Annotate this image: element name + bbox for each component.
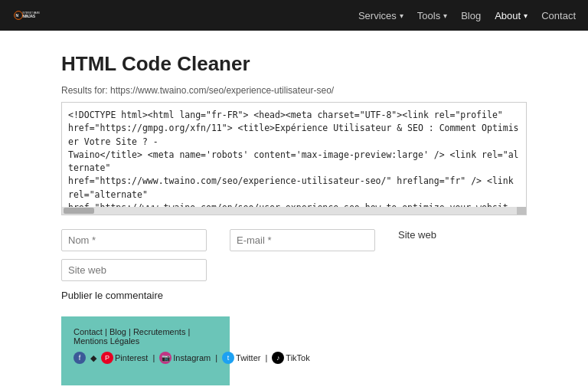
- nom-input[interactable]: [61, 229, 207, 251]
- separator-s2: |: [215, 353, 217, 362]
- facebook-icon: f: [74, 352, 86, 364]
- social-pinterest[interactable]: P Pinterest: [101, 352, 148, 364]
- instagram-label: Instagram: [173, 353, 211, 362]
- footer-link-mentions[interactable]: Mentions Légales: [74, 336, 139, 346]
- nav-links: Services Tools Blog About Contact: [358, 10, 576, 21]
- page-title: HTML Code Cleaner: [61, 52, 527, 76]
- social-facebook[interactable]: f: [74, 352, 86, 364]
- comment-form-row: Site web: [61, 229, 527, 251]
- main-content: HTML Code Cleaner Results for: https://w…: [0, 31, 588, 390]
- twitter-label: Twitter: [236, 353, 260, 362]
- footer-link-recrutements[interactable]: Recrutements: [133, 327, 185, 336]
- footer-social: f ◆ P Pinterest | 📷 Instagram | t Twitte…: [74, 352, 217, 364]
- siteweb-static-group: Site web: [398, 229, 436, 241]
- nav-item-services[interactable]: Services: [358, 10, 403, 21]
- social-tiktok[interactable]: ♪ TikTok: [272, 352, 309, 364]
- nav-item-blog[interactable]: Blog: [461, 10, 481, 21]
- nav-item-tools[interactable]: Tools: [417, 10, 447, 21]
- nav-link-services[interactable]: Services: [358, 10, 403, 21]
- social-twitter[interactable]: t Twitter: [222, 352, 260, 364]
- footer-links: Contact | Blog | Recrutements | Mentions…: [74, 327, 217, 346]
- svg-text:NINJAS: NINJAS: [23, 15, 36, 18]
- website-input[interactable]: [61, 259, 207, 281]
- nav-link-blog[interactable]: Blog: [461, 10, 481, 21]
- nav-item-about[interactable]: About: [495, 10, 528, 21]
- nav-item-contact[interactable]: Contact: [541, 10, 576, 21]
- nom-field-group: [61, 229, 207, 251]
- tiktok-label: TikTok: [286, 353, 309, 362]
- code-output[interactable]: <!DOCTYPE html><html lang="fr-FR"> <head…: [62, 103, 526, 215]
- results-label: Results for: https://www.twaino.com/seo/…: [61, 85, 527, 96]
- website-row: [61, 259, 527, 281]
- resize-handle[interactable]: [517, 207, 526, 215]
- email-field-group: [230, 229, 375, 251]
- instagram-icon: 📷: [159, 352, 172, 364]
- logo[interactable]: N INTERNET MARKETING NINJAS: [12, 5, 40, 26]
- tiktok-icon: ♪: [272, 352, 284, 364]
- nav-link-tools[interactable]: Tools: [417, 10, 447, 21]
- separator-s3: |: [265, 353, 267, 362]
- twitter-icon: t: [222, 352, 234, 364]
- pinterest-icon: P: [101, 352, 113, 364]
- horizontal-scrollbar[interactable]: [62, 207, 517, 215]
- social-instagram[interactable]: 📷 Instagram: [159, 352, 211, 364]
- pinterest-label: Pinterest: [115, 353, 148, 362]
- separator-s1: |: [152, 353, 155, 362]
- hscroll-thumb: [64, 208, 94, 214]
- email-input[interactable]: [230, 229, 375, 251]
- siteweb-label: Site web: [398, 229, 436, 241]
- nav-link-about[interactable]: About: [495, 10, 528, 21]
- nav-link-contact[interactable]: Contact: [541, 10, 576, 21]
- footer-link-contact[interactable]: Contact: [74, 327, 103, 336]
- footer-link-blog[interactable]: Blog: [109, 327, 126, 336]
- main-nav: N INTERNET MARKETING NINJAS Services Too…: [0, 0, 588, 31]
- footer-teal: Contact | Blog | Recrutements | Mentions…: [61, 316, 230, 385]
- separator-s0: ◆: [90, 353, 96, 363]
- svg-text:N: N: [16, 14, 19, 18]
- code-output-wrapper: <!DOCTYPE html><html lang="fr-FR"> <head…: [61, 102, 527, 215]
- separator-3: |: [188, 327, 190, 336]
- publish-button[interactable]: Publier le commentaire: [61, 290, 163, 301]
